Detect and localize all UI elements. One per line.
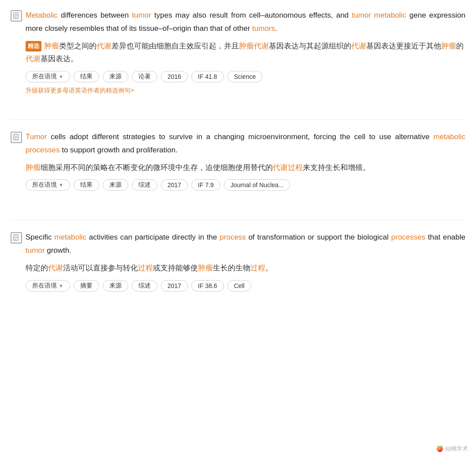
tag-综述[interactable]: 综述 bbox=[132, 179, 157, 191]
tag-所在语境[interactable]: 所在语境 ▼ bbox=[26, 280, 70, 292]
tag-IF 38.6[interactable]: IF 38.6 bbox=[191, 280, 224, 292]
tag-IF 41.8[interactable]: IF 41.8 bbox=[191, 71, 224, 82]
divider bbox=[11, 220, 465, 220]
entry-english-1: Metabolic differences between tumor type… bbox=[11, 9, 465, 35]
upgrade-link[interactable]: 升级获得更多母语英语作者的精选例句> bbox=[11, 87, 465, 95]
tag-Science[interactable]: Science bbox=[227, 71, 263, 82]
tags-row-2: 所在语境 ▼结果来源综述2017IF 7.9Journal of Nuclea.… bbox=[11, 179, 465, 191]
chinese-text-1: 精选肿瘤类型之间的代谢差异也可能由细胞自主效应引起，并且肿瘤代谢基因表达与其起源… bbox=[11, 40, 465, 66]
divider bbox=[11, 119, 465, 120]
tag-Cell[interactable]: Cell bbox=[227, 280, 251, 292]
doc-icon bbox=[11, 10, 22, 22]
tag-Journal of Nuclea...[interactable]: Journal of Nuclea... bbox=[224, 179, 290, 191]
en-text-1: Metabolic differences between tumor type… bbox=[26, 9, 465, 35]
entry-3: Specific metabolic activities can partic… bbox=[11, 231, 465, 306]
tag-2016[interactable]: 2016 bbox=[161, 71, 188, 82]
dropdown-arrow-icon: ▼ bbox=[59, 74, 63, 79]
entry-english-3: Specific metabolic activities can partic… bbox=[11, 231, 465, 257]
tag-2017[interactable]: 2017 bbox=[161, 179, 188, 191]
en-text-3: Specific metabolic activities can partic… bbox=[26, 231, 465, 257]
tag-来源[interactable]: 来源 bbox=[103, 179, 128, 191]
entry-1: Metabolic differences between tumor type… bbox=[11, 9, 465, 105]
dropdown-arrow-icon: ▼ bbox=[59, 182, 63, 188]
tags-row-1: 所在语境 ▼结果来源论著2016IF 41.8Science bbox=[11, 71, 465, 82]
dropdown-arrow-icon: ▼ bbox=[59, 283, 63, 288]
jingxuan-badge: 精选 bbox=[26, 41, 41, 52]
tag-所在语境[interactable]: 所在语境 ▼ bbox=[26, 179, 70, 191]
tag-综述[interactable]: 综述 bbox=[132, 280, 157, 292]
doc-icon bbox=[11, 132, 22, 143]
entry-2: Tumor cells adopt different strategies t… bbox=[11, 130, 465, 206]
en-text-2: Tumor cells adopt different strategies t… bbox=[26, 130, 465, 157]
tag-来源[interactable]: 来源 bbox=[103, 71, 128, 82]
tag-摘要[interactable]: 摘要 bbox=[74, 280, 99, 292]
chinese-text-2: 肿瘤细胞采用不同的策略在不断变化的微环境中生存，迫使细胞使用替代的代谢过程来支持… bbox=[11, 161, 465, 174]
tag-结果[interactable]: 结果 bbox=[74, 71, 99, 82]
tag-论著[interactable]: 论著 bbox=[132, 71, 157, 82]
entry-english-2: Tumor cells adopt different strategies t… bbox=[11, 130, 465, 157]
tag-来源[interactable]: 来源 bbox=[103, 280, 128, 292]
tag-结果[interactable]: 结果 bbox=[74, 179, 99, 191]
tag-所在语境[interactable]: 所在语境 ▼ bbox=[26, 71, 70, 82]
chinese-text-3: 特定的代谢活动可以直接参与转化过程或支持能够使肿瘤生长的生物过程。 bbox=[11, 262, 465, 275]
doc-icon bbox=[11, 232, 22, 244]
tag-IF 7.9[interactable]: IF 7.9 bbox=[191, 179, 220, 191]
tag-2017[interactable]: 2017 bbox=[161, 280, 188, 292]
tags-row-3: 所在语境 ▼摘要来源综述2017IF 38.6Cell bbox=[11, 280, 465, 292]
